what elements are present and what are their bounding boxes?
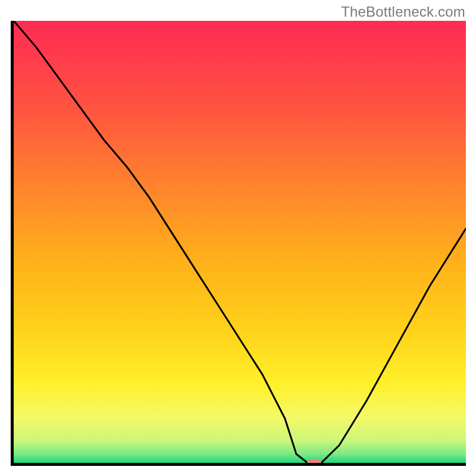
- background-gradient: [14, 21, 466, 463]
- watermark-label: TheBottleneck.com: [341, 4, 465, 20]
- plot-area: [11, 21, 466, 466]
- optimal-marker: [307, 459, 321, 466]
- bottleneck-chart: TheBottleneck.com: [0, 0, 476, 476]
